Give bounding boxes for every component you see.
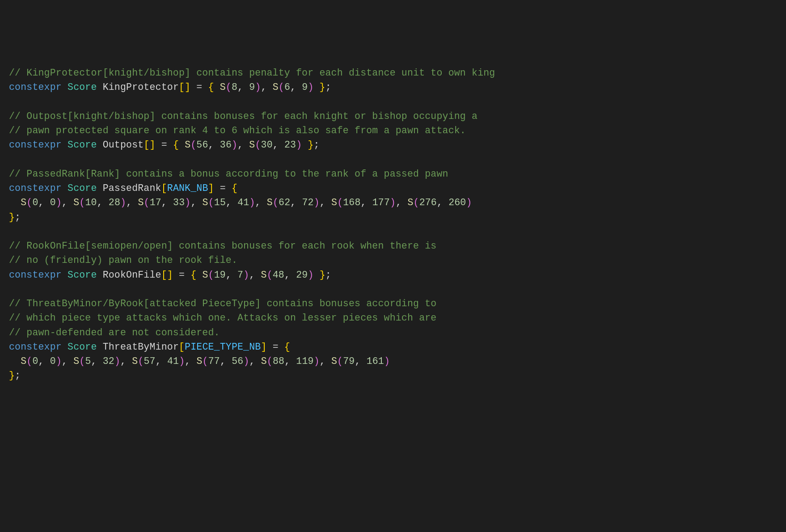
token-type: Score: [68, 270, 97, 280]
token-punct: [62, 342, 68, 352]
token-type: Score: [68, 82, 97, 93]
token-ident: RookOnFile: [103, 270, 161, 280]
token-bracket1: {: [173, 139, 179, 150]
token-num: 260: [448, 197, 466, 208]
token-func: S: [220, 82, 226, 93]
token-bracket2: ): [179, 356, 185, 367]
token-punct: [62, 270, 68, 280]
token-bracket2: ): [314, 356, 320, 367]
code-line[interactable]: // which piece type attacks which one. A…: [9, 311, 777, 325]
token-ident: Outpost: [103, 139, 144, 150]
code-line[interactable]: // pawn-defended are not considered.: [9, 325, 777, 340]
token-bracket1: }: [9, 370, 15, 381]
token-num: 48: [273, 270, 284, 280]
token-bracket2: (: [144, 197, 150, 208]
token-punct: ,: [156, 356, 167, 367]
code-line[interactable]: [9, 95, 777, 109]
code-line[interactable]: };: [9, 368, 777, 383]
token-num: 5: [85, 356, 91, 367]
token-bracket2: ): [243, 356, 249, 367]
code-line[interactable]: S(0, 0), S(5, 32), S(57, 41), S(77, 56),…: [9, 354, 777, 368]
token-bracket2: ): [249, 197, 255, 208]
code-line[interactable]: constexpr Score PassedRank[RANK_NB] = {: [9, 181, 777, 195]
token-bracket2: ): [114, 356, 120, 367]
token-func: S: [261, 270, 267, 280]
token-num: 7: [237, 270, 243, 280]
token-func: S: [138, 197, 144, 208]
code-line[interactable]: };: [9, 210, 777, 224]
code-line[interactable]: [9, 224, 777, 239]
code-line[interactable]: // pawn protected square on rank 4 to 6 …: [9, 123, 777, 138]
code-line[interactable]: // Outpost[knight/bishop] contains bonus…: [9, 109, 777, 123]
token-punct: [9, 356, 21, 367]
token-punct: [97, 270, 103, 280]
token-punct: ,: [120, 356, 132, 367]
token-comment: // RookOnFile[semiopen/open] contains bo…: [9, 241, 436, 251]
token-func: S: [203, 197, 208, 208]
token-num: 0: [32, 356, 38, 367]
token-punct: ,: [290, 197, 302, 208]
token-num: 0: [50, 197, 56, 208]
code-line[interactable]: // ThreatByMinor/ByRook[attacked PieceTy…: [9, 296, 777, 311]
token-punct: ,: [284, 270, 296, 280]
token-type: Score: [68, 183, 97, 194]
token-punct: ,: [220, 356, 232, 367]
code-line[interactable]: constexpr Score KingProtector[] = { S(8,…: [9, 80, 777, 94]
token-keyword: constexpr: [9, 139, 62, 150]
token-num: 72: [302, 197, 313, 208]
code-line[interactable]: // no (friendly) pawn on the rook file.: [9, 253, 777, 267]
token-num: 32: [103, 356, 114, 367]
token-func: S: [407, 197, 413, 208]
token-punct: ;: [325, 270, 331, 280]
code-line[interactable]: [9, 282, 777, 296]
token-num: 161: [367, 356, 384, 367]
token-num: 79: [343, 356, 355, 367]
code-line[interactable]: // RookOnFile[semiopen/open] contains bo…: [9, 239, 777, 253]
token-punct: [9, 197, 21, 208]
token-bracket2: ): [466, 197, 472, 208]
token-bracket2: ): [384, 356, 390, 367]
token-bracket2: (: [337, 356, 343, 367]
token-const: RANK_NB: [167, 183, 208, 194]
token-num: 33: [173, 197, 185, 208]
token-punct: ,: [208, 139, 220, 150]
token-func: S: [273, 82, 279, 93]
token-num: 57: [144, 356, 156, 367]
code-line[interactable]: constexpr Score RookOnFile[] = { S(19, 7…: [9, 268, 777, 282]
token-type: Score: [68, 342, 97, 352]
token-num: 17: [150, 197, 161, 208]
token-func: S: [73, 197, 79, 208]
token-num: 168: [343, 197, 360, 208]
token-bracket1: {: [284, 342, 290, 352]
code-line[interactable]: // KingProtector[knight/bishop] contains…: [9, 66, 777, 80]
token-func: S: [331, 197, 337, 208]
token-const: PIECE_TYPE_NB: [185, 342, 261, 352]
token-bracket2: ): [308, 270, 313, 280]
token-bracket1: ]: [167, 270, 173, 280]
token-bracket1: }: [308, 139, 313, 150]
token-punct: ,: [255, 197, 267, 208]
token-punct: ;: [15, 212, 21, 223]
code-line[interactable]: S(0, 0), S(10, 28), S(17, 33), S(15, 41)…: [9, 195, 777, 210]
token-comment: // no (friendly) pawn on the rook file.: [9, 255, 237, 266]
token-punct: ,: [437, 197, 448, 208]
token-num: 36: [220, 139, 232, 150]
code-line[interactable]: // PassedRank[Rank] contains a bonus acc…: [9, 167, 777, 181]
token-punct: ,: [237, 82, 249, 93]
code-line[interactable]: constexpr Score Outpost[] = { S(56, 36),…: [9, 138, 777, 152]
token-bracket2: ): [314, 197, 320, 208]
token-keyword: constexpr: [9, 82, 62, 93]
token-num: 29: [296, 270, 308, 280]
code-line[interactable]: [9, 152, 777, 167]
token-bracket2: (: [226, 82, 232, 93]
token-bracket1: ]: [208, 183, 214, 194]
code-line[interactable]: constexpr Score ThreatByMinor[PIECE_TYPE…: [9, 340, 777, 354]
token-bracket2: (: [79, 197, 85, 208]
token-bracket1: [: [179, 82, 185, 93]
token-num: 56: [196, 139, 208, 150]
token-bracket1: [: [161, 270, 167, 280]
token-bracket1: {: [232, 183, 237, 194]
code-editor[interactable]: // KingProtector[knight/bishop] contains…: [9, 66, 777, 383]
token-bracket2: ): [308, 82, 313, 93]
token-punct: ,: [284, 356, 296, 367]
